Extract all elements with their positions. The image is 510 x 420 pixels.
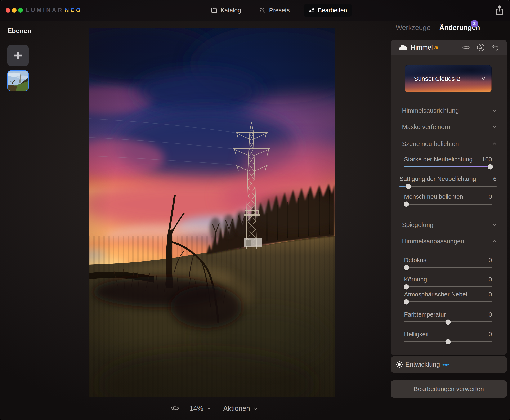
slider-thumb[interactable] <box>404 284 409 289</box>
zoom-level-dropdown[interactable]: 14% <box>189 405 212 412</box>
chevron-down-icon <box>253 406 258 411</box>
slider-label: Mensch neu belichten <box>404 193 463 200</box>
close-button[interactable] <box>6 8 10 13</box>
photo-canvas[interactable] <box>89 29 335 398</box>
visibility-eye-icon[interactable] <box>462 43 470 52</box>
chevron-down-icon <box>492 108 497 113</box>
folder-icon <box>211 7 218 14</box>
slider-track[interactable] <box>404 301 492 302</box>
share-button[interactable] <box>495 5 504 16</box>
minimize-button[interactable] <box>12 8 16 13</box>
slider-label: Defokus <box>404 256 426 264</box>
slider-label: Farbtemperatur <box>404 311 446 318</box>
slider-staerke-der-neubelichtung: Stärke der Neubelichtung 100 <box>404 156 492 167</box>
slider-track[interactable] <box>404 341 492 342</box>
slider-value: 0 <box>489 276 492 283</box>
slider-value: 0 <box>489 330 492 338</box>
chevron-down-icon <box>481 75 486 81</box>
sun-icon <box>395 360 403 368</box>
layer-thumbnail[interactable] <box>7 70 29 91</box>
cloud-icon <box>399 44 407 51</box>
slider-saettigung-der-neubelichtung: Sättigung der Neubelichtung 6 <box>399 175 497 187</box>
slider-label: Atmosphärischer Nebel <box>404 291 467 298</box>
section-himmelsausrichtung[interactable]: Himmelsausrichtung <box>391 103 507 118</box>
section-szene-neu-belichten[interactable]: Szene neu belichten <box>391 135 507 152</box>
slider-track[interactable] <box>404 267 492 268</box>
sky-preset-label: Sunset Clouds 2 <box>414 65 460 92</box>
chevron-up-icon <box>492 239 497 244</box>
tab-bearbeiten[interactable]: Bearbeiten <box>304 4 352 16</box>
slider-value: 6 <box>493 175 497 183</box>
sliders-icon <box>308 7 315 14</box>
slider-helligkeit: Helligkeit 0 <box>404 330 492 342</box>
slider-farbtemperatur: Farbtemperatur 0 <box>404 311 492 322</box>
ai-badge: AI <box>435 45 438 50</box>
canvas-toolbar: 14% Aktionen <box>0 401 390 420</box>
zoom-level-value: 14% <box>189 405 203 412</box>
title-bar: LUMINARNEO Katalog Presets Bearbeiten <box>0 0 510 21</box>
slider-thumb[interactable] <box>404 265 409 270</box>
slider-label: Helligkeit <box>404 330 429 338</box>
slider-track[interactable] <box>404 321 492 322</box>
slider-value: 0 <box>489 291 492 298</box>
slider-thumb[interactable] <box>405 184 411 189</box>
slider-thumb[interactable] <box>404 299 409 304</box>
app-logo: LUMINARNEO <box>26 7 82 13</box>
slider-value: 100 <box>482 156 492 163</box>
main-nav: Katalog Presets Bearbeiten <box>206 3 352 18</box>
right-panel-tabs: Werkzeuge Änderungen <box>396 24 480 32</box>
mask-icon[interactable] <box>476 43 485 52</box>
slider-mensch-neu-belichten: Mensch neu belichten 0 <box>404 193 492 204</box>
slider-thumb[interactable] <box>445 319 451 324</box>
magic-wand-icon <box>259 7 266 14</box>
slider-track[interactable] <box>404 166 492 167</box>
share-icon <box>495 5 504 16</box>
zoom-button[interactable] <box>18 8 23 13</box>
slider-defokus: Defokus 0 <box>404 256 492 268</box>
edits-count-badge: 2 <box>471 20 478 27</box>
add-layer-button[interactable] <box>7 45 29 66</box>
section-himmelsanpassungen[interactable]: Himmelsanpassungen <box>391 233 507 249</box>
tool-title: Himmel <box>411 44 433 51</box>
tab-presets[interactable]: Presets <box>255 4 294 16</box>
eye-icon <box>170 404 180 412</box>
undo-icon[interactable] <box>491 43 500 52</box>
chevron-down-icon <box>206 406 212 411</box>
actions-label: Aktionen <box>223 405 250 412</box>
section-spiegelung[interactable]: Spiegelung <box>391 216 507 233</box>
entwicklung-label: Entwicklung <box>405 361 440 368</box>
luminar-neo-window: LUMINARNEO Katalog Presets Bearbeiten Eb… <box>0 0 510 420</box>
preview-toggle[interactable] <box>170 404 180 412</box>
slider-thumb[interactable] <box>445 339 451 344</box>
tab-werkzeuge[interactable]: Werkzeuge <box>396 24 430 32</box>
sky-tool-header: Himmel AI <box>391 40 507 55</box>
plus-icon <box>13 50 23 61</box>
slider-thumb[interactable] <box>488 164 493 169</box>
slider-track[interactable] <box>399 186 497 187</box>
sky-preset-dropdown[interactable]: Sunset Clouds 2 <box>405 65 492 92</box>
layer-thumbnail-image <box>8 71 28 91</box>
chevron-down-icon <box>492 124 497 130</box>
slider-value: 0 <box>489 193 492 200</box>
sky-tool-card: Himmel AI Sunset Clouds 2 Himmelsausrich… <box>391 40 507 355</box>
actions-dropdown[interactable]: Aktionen <box>223 405 258 412</box>
slider-value: 0 <box>489 311 492 318</box>
slider-label: Sättigung der Neubelichtung <box>399 175 476 183</box>
slider-track[interactable] <box>404 203 492 204</box>
raw-badge: RAW <box>442 363 449 366</box>
slider-thumb[interactable] <box>404 202 409 207</box>
slider-koernung: Körnung 0 <box>404 276 492 287</box>
entwicklung-tool[interactable]: Entwicklung RAW <box>391 356 507 373</box>
slider-track[interactable] <box>404 286 492 287</box>
chevron-up-icon <box>492 141 497 147</box>
slider-label: Stärke der Neubelichtung <box>404 156 472 163</box>
chevron-down-icon <box>492 222 497 228</box>
slider-value: 0 <box>489 256 492 264</box>
section-maske-verfeinern[interactable]: Maske verfeinern <box>391 118 507 135</box>
slider-atmosphaerischer-nebel: Atmosphärischer Nebel 0 <box>404 291 492 302</box>
discard-edits-button[interactable]: Bearbeitungen verwerfen <box>391 380 507 398</box>
tab-katalog[interactable]: Katalog <box>206 4 246 16</box>
edited-photo <box>89 29 335 398</box>
layers-panel-title: Ebenen <box>7 27 32 35</box>
slider-label: Körnung <box>404 276 427 283</box>
